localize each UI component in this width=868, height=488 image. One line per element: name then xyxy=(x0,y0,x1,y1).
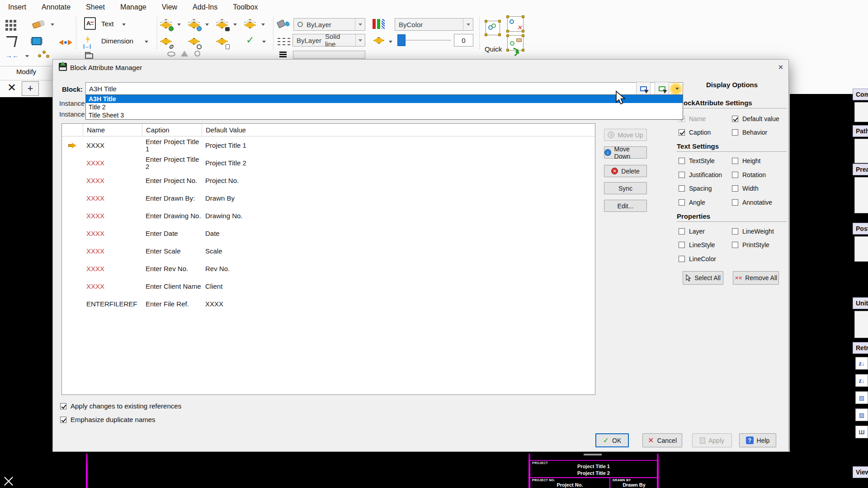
delete-button[interactable]: ✕ Delete xyxy=(604,165,647,177)
lineweight-slider-handle[interactable] xyxy=(397,34,406,46)
checkbox-height[interactable]: Height xyxy=(732,157,760,164)
checkbox-default-value[interactable]: Default value xyxy=(732,115,779,122)
table-row[interactable]: XXXX Enter Drawing No. Drawing No. xyxy=(62,207,595,225)
profile-tool-icon[interactable]: Ш xyxy=(855,426,868,438)
layer-states-icon[interactable] xyxy=(215,37,229,48)
panel-header-path[interactable]: Path xyxy=(853,125,868,137)
panel-header-prea[interactable]: Prea xyxy=(853,164,868,175)
help-button[interactable]: ? Help xyxy=(739,433,776,447)
checkbox-caption[interactable]: Caption xyxy=(679,129,711,136)
panel-header-com[interactable]: Com xyxy=(853,89,868,100)
lineweight-value-box[interactable]: 0 xyxy=(454,34,473,47)
dropdown-item[interactable]: A3H Title xyxy=(86,95,683,103)
sort-descending-icon[interactable]: z↓ xyxy=(855,357,868,370)
layer-freeze-dropdown-icon[interactable] xyxy=(205,23,209,26)
edit-button[interactable]: Edit... xyxy=(604,200,647,212)
table-row[interactable]: XXXX Enter Client Name Client xyxy=(62,277,595,295)
layer-on-icon[interactable] xyxy=(159,19,173,30)
lineweight-dropdown-icon[interactable] xyxy=(389,41,392,43)
dimension-dropdown-icon[interactable] xyxy=(145,41,148,43)
column-header-name[interactable]: Name xyxy=(83,124,142,136)
linestyle-combo[interactable]: ByLayer Solid line xyxy=(292,34,365,47)
layers-stack-icon[interactable] xyxy=(243,19,257,30)
converge-dropdown-icon[interactable] xyxy=(25,55,29,57)
line-color-dropdown-icon[interactable] xyxy=(355,19,365,30)
menu-annotate[interactable]: Annotate xyxy=(42,3,71,11)
checkbox-annotative[interactable]: Annotative xyxy=(732,199,772,206)
table-row[interactable]: XXXX Enter Scale Scale xyxy=(62,242,595,260)
block-grid-icon[interactable] xyxy=(5,20,8,23)
hatch-tool-icon[interactable]: ▨ xyxy=(855,391,868,404)
panel-header-view[interactable]: View xyxy=(853,466,868,478)
add-tab-button[interactable]: + xyxy=(22,81,39,96)
dropdown-item[interactable]: Title 2 xyxy=(86,103,683,111)
checkbox-behavior[interactable]: Behavior xyxy=(732,129,767,136)
dimension-tool-label[interactable]: Dimension xyxy=(101,37,133,45)
layer-preview-icon[interactable] xyxy=(187,37,201,48)
checkbox-apply-changes[interactable]: Apply changes to existing references xyxy=(60,402,181,410)
checkbox-spacing[interactable]: Spacing xyxy=(679,185,712,192)
hatch-tool-2-icon[interactable]: ▨ xyxy=(855,408,868,421)
sort-descending-2-icon[interactable]: z↓ xyxy=(855,374,868,387)
eraser-icon[interactable] xyxy=(32,20,45,28)
layer-lock-dropdown-icon[interactable] xyxy=(233,23,237,26)
color-dropdown-icon[interactable] xyxy=(463,19,473,30)
table-row[interactable]: XXXX Enter Project No. Project No. xyxy=(62,172,595,189)
select-in-drawing-button[interactable] xyxy=(655,82,669,95)
layer-manager-icon[interactable]: ⚙ xyxy=(159,37,173,48)
custom-folder-icon[interactable] xyxy=(85,53,93,59)
checkbox-lineweight[interactable]: LineWeight xyxy=(732,228,774,235)
remove-all-button[interactable]: ✕✕ Remove All xyxy=(733,271,779,285)
checkbox-textstyle[interactable]: TextStyle xyxy=(679,157,715,164)
polyline-edit-icon[interactable] xyxy=(4,36,17,47)
text-dropdown-icon[interactable] xyxy=(122,23,126,26)
select-block-button[interactable] xyxy=(636,82,651,95)
dialog-titlebar[interactable]: Block Attribute Manager ✕ xyxy=(53,60,788,74)
table-row[interactable]: XXXX Enter Project Title 1 Project Title… xyxy=(62,136,595,154)
check-icon[interactable]: ✓ xyxy=(246,34,254,46)
lineweight-slider-track[interactable] xyxy=(402,40,451,41)
linestyle-icon[interactable] xyxy=(278,37,290,46)
text-style-icon[interactable]: A xyxy=(84,17,96,30)
nodes-icon[interactable] xyxy=(38,51,50,59)
thick-lines-icon[interactable] xyxy=(279,52,287,58)
menu-manage[interactable]: Manage xyxy=(120,3,146,11)
check-dropdown-icon[interactable] xyxy=(262,41,266,43)
quick-deselect-icon[interactable]: ✕ xyxy=(507,16,524,32)
panel-header-unit[interactable]: Unit xyxy=(853,297,868,309)
table-row[interactable]: XXXX Enter Rev No. Rev No. xyxy=(62,260,595,277)
checkbox-justification[interactable]: Justification xyxy=(679,171,722,178)
table-row[interactable]: XXXX Enter Date Date xyxy=(62,225,595,242)
table-row[interactable]: XXXX Enter Project Title 2 Project Title… xyxy=(62,154,595,172)
checkbox-linestyle[interactable]: LineStyle xyxy=(679,241,715,249)
converge-arrows-icon[interactable]: →← xyxy=(5,52,19,59)
region-icon[interactable] xyxy=(32,37,42,45)
quick-select-icon[interactable] xyxy=(486,21,500,35)
column-header-default-value[interactable]: Default Value xyxy=(202,124,595,136)
color-bars-icon[interactable] xyxy=(373,19,386,29)
drawing-canvas[interactable] xyxy=(0,97,52,488)
text-tool-label[interactable]: Text xyxy=(101,20,114,28)
menu-view[interactable]: View xyxy=(162,3,177,11)
panel-header-post[interactable]: Post xyxy=(853,223,868,235)
checkbox-angle[interactable]: Angle xyxy=(679,199,705,206)
menu-insert[interactable]: Insert xyxy=(8,3,26,11)
select-all-button[interactable]: Select All xyxy=(683,271,723,285)
cancel-button[interactable]: ✕ Cancel xyxy=(642,433,682,447)
ok-button[interactable]: ✓ OK xyxy=(595,433,629,447)
color-combo[interactable]: ByColor xyxy=(395,18,473,31)
menu-add-ins[interactable]: Add-Ins xyxy=(193,3,217,11)
block-combobox[interactable]: A3H Title xyxy=(85,82,683,95)
checkbox-printstyle[interactable]: PrintStyle xyxy=(732,241,769,249)
checkbox-width[interactable]: Width xyxy=(732,185,759,192)
fill-color-icon[interactable] xyxy=(277,19,286,28)
move-down-button[interactable]: ↓ Move Down xyxy=(604,146,647,159)
line-color-combo[interactable]: ByLayer xyxy=(293,18,365,31)
sync-button[interactable]: Sync xyxy=(604,182,647,194)
layers-stack-dropdown-icon[interactable] xyxy=(261,23,265,26)
layer-lock-icon[interactable] xyxy=(215,19,229,30)
checkbox-linecolor[interactable]: LineColor xyxy=(679,255,716,263)
drawing-canvas[interactable] xyxy=(0,452,868,488)
dialog-close-icon[interactable]: ✕ xyxy=(775,62,786,72)
move-up-button[interactable]: ↑ Move Up xyxy=(604,129,647,141)
